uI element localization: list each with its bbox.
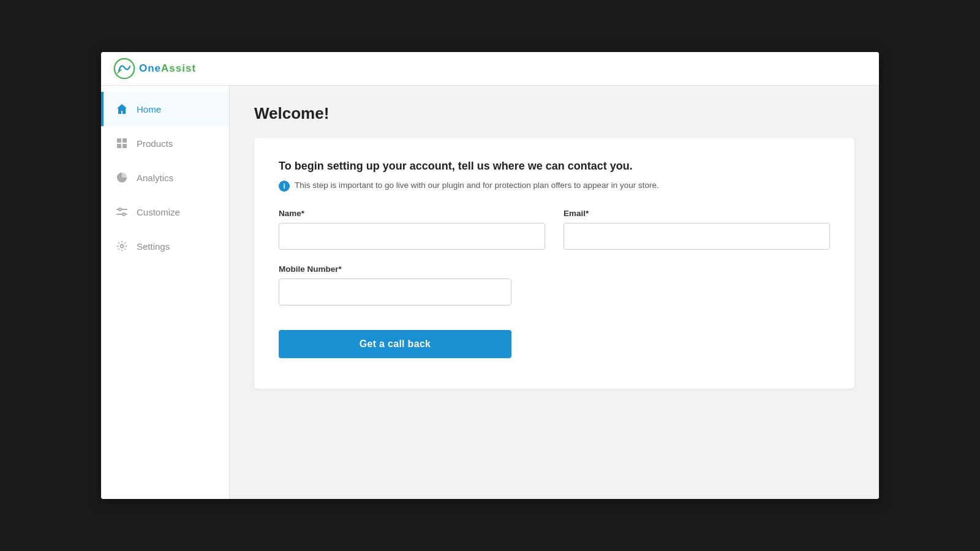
svg-rect-1 [117, 138, 121, 143]
sidebar-item-customize[interactable]: Customize [101, 195, 229, 229]
customize-icon [116, 206, 128, 218]
logo-text-area: OneAssist [139, 62, 196, 75]
sidebar-item-products[interactable]: Products [101, 126, 229, 160]
mobile-input[interactable] [279, 279, 511, 305]
sidebar-item-analytics[interactable]: Analytics [101, 160, 229, 195]
logo-one: One [139, 62, 161, 74]
svg-rect-2 [123, 138, 127, 143]
name-email-row: Name* Email* [279, 209, 830, 250]
topbar: OneAssist [101, 52, 879, 86]
svg-rect-3 [117, 144, 121, 148]
settings-icon [116, 240, 128, 252]
logo-assist: Assist [161, 62, 196, 74]
logo: OneAssist [113, 58, 196, 80]
svg-point-9 [123, 213, 125, 216]
email-input[interactable] [564, 223, 830, 250]
get-call-back-button[interactable]: Get a call back [279, 330, 511, 358]
card-heading: To begin setting up your account, tell u… [279, 160, 830, 173]
sidebar-item-home[interactable]: Home [101, 92, 229, 126]
name-label: Name* [279, 209, 545, 218]
page-title: Welcome! [254, 104, 854, 123]
sidebar: Home Products [101, 86, 230, 499]
info-text: This step is important to go live with o… [295, 180, 659, 192]
svg-point-0 [115, 59, 134, 78]
content-area: Welcome! To begin setting up your accoun… [230, 86, 879, 499]
sidebar-label-products: Products [137, 138, 173, 149]
sidebar-label-settings: Settings [137, 241, 170, 252]
name-input[interactable] [279, 223, 545, 250]
info-row: i This step is important to go live with… [279, 180, 830, 192]
svg-point-10 [121, 245, 124, 248]
sidebar-item-settings[interactable]: Settings [101, 229, 229, 263]
mobile-label: Mobile Number* [279, 264, 511, 274]
mobile-group: Mobile Number* [279, 264, 511, 305]
svg-rect-4 [123, 144, 127, 148]
info-icon: i [279, 181, 290, 192]
logo-icon [113, 58, 135, 80]
mobile-row: Mobile Number* [279, 264, 830, 305]
analytics-icon [116, 171, 128, 184]
products-icon [116, 137, 128, 149]
sidebar-label-analytics: Analytics [137, 173, 173, 183]
email-group: Email* [564, 209, 830, 250]
sidebar-label-customize: Customize [137, 207, 180, 217]
sidebar-label-home: Home [137, 104, 161, 114]
name-group: Name* [279, 209, 545, 250]
welcome-card: To begin setting up your account, tell u… [254, 138, 854, 389]
home-icon [116, 103, 128, 115]
email-label: Email* [564, 209, 830, 218]
svg-point-7 [119, 208, 121, 211]
